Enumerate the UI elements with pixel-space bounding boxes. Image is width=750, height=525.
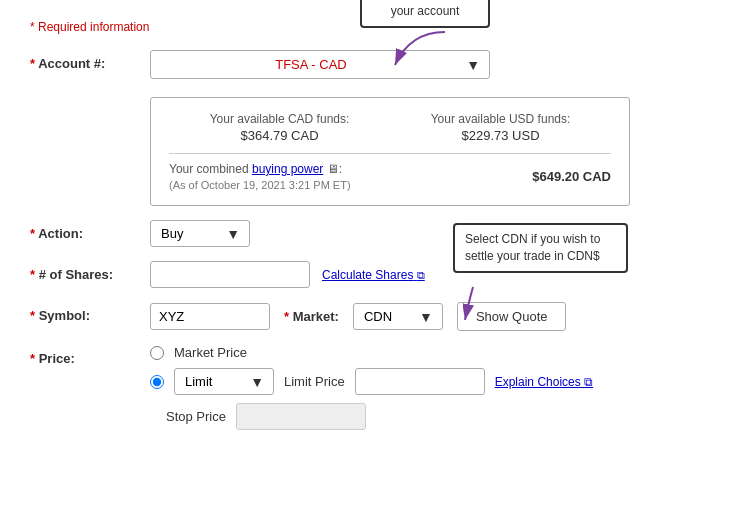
- funds-box: Your available CAD funds: $364.79 CAD Yo…: [150, 97, 630, 206]
- shares-label: * # of Shares:: [30, 261, 150, 282]
- calc-shares-link[interactable]: Calculate Shares ⧉: [322, 268, 425, 282]
- symbol-label: * Symbol:: [30, 302, 150, 323]
- stop-price-input[interactable]: [236, 403, 366, 430]
- market-select[interactable]: CDN USD: [353, 303, 443, 330]
- account-select-wrapper: TFSA - CAD ▼ Your CAD$ side of your acco…: [150, 50, 490, 79]
- market-select-wrapper: CDN USD ▼: [353, 303, 443, 330]
- cad-funds-value: $364.79 CAD: [169, 128, 390, 143]
- account-select[interactable]: TFSA - CAD: [150, 50, 490, 79]
- callout-cdn: Select CDN if you wish to settle your tr…: [453, 223, 628, 273]
- usd-funds-value: $229.73 USD: [390, 128, 611, 143]
- stop-price-label: Stop Price: [166, 409, 226, 424]
- limit-radio[interactable]: [150, 375, 164, 389]
- cad-funds-label: Your available CAD funds:: [169, 112, 390, 126]
- action-select-wrapper: Buy Sell Short Cover ▼: [150, 220, 250, 247]
- symbol-input[interactable]: [150, 303, 270, 330]
- callout-cad: Your CAD$ side of your account: [360, 0, 490, 28]
- callout-cdn-arrow: [463, 285, 513, 325]
- action-label: * Action:: [30, 220, 150, 241]
- explain-choices-icon: ⧉: [584, 375, 593, 389]
- limit-select-wrapper: Limit Market Stop ▼: [174, 368, 274, 395]
- buying-power-value: $649.20 CAD: [532, 169, 611, 184]
- buying-power-link[interactable]: buying power: [252, 162, 323, 176]
- market-price-label: Market Price: [174, 345, 247, 360]
- explain-choices-link[interactable]: Explain Choices ⧉: [495, 375, 593, 389]
- limit-price-label: Limit Price: [284, 374, 345, 389]
- buying-power-label: Your combined buying power 🖥:: [169, 162, 351, 176]
- account-label: * Account #:: [30, 50, 150, 71]
- limit-select[interactable]: Limit Market Stop: [174, 368, 274, 395]
- market-label: * Market:: [284, 309, 339, 324]
- usd-funds-label: Your available USD funds:: [390, 112, 611, 126]
- price-label: * Price:: [30, 345, 150, 366]
- market-price-radio[interactable]: [150, 346, 164, 360]
- calc-shares-icon: ⧉: [417, 269, 425, 281]
- action-select[interactable]: Buy Sell Short Cover: [150, 220, 250, 247]
- as-of-label: (As of October 19, 2021 3:21 PM ET): [169, 179, 351, 191]
- limit-price-input[interactable]: [355, 368, 485, 395]
- shares-input[interactable]: [150, 261, 310, 288]
